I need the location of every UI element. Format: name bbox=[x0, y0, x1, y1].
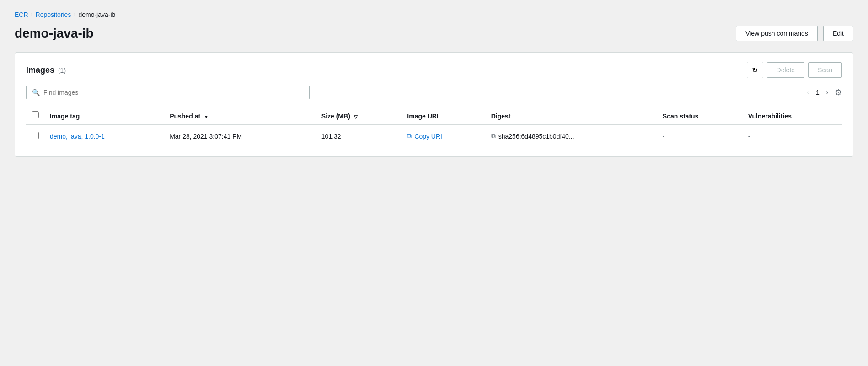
copy-digest-icon: ⧉ bbox=[491, 132, 496, 140]
page-title: demo-java-ib bbox=[15, 26, 94, 41]
refresh-icon: ↻ bbox=[752, 66, 758, 75]
edit-button[interactable]: Edit bbox=[823, 26, 853, 41]
row-image-tag: demo, java, 1.0.0-1 bbox=[44, 125, 164, 147]
col-size: Size (MB) ▽ bbox=[316, 107, 402, 125]
table-row: demo, java, 1.0.0-1 Mar 28, 2021 3:07:41… bbox=[26, 125, 842, 147]
refresh-button[interactable]: ↻ bbox=[747, 62, 763, 78]
images-card: Images (1) ↻ Delete Scan 🔍 ‹ 1 › ⚙ bbox=[15, 52, 853, 157]
prev-page-button[interactable]: ‹ bbox=[804, 87, 812, 97]
breadcrumb-ecr[interactable]: ECR bbox=[15, 11, 28, 18]
card-title-area: Images (1) bbox=[26, 65, 66, 75]
header-checkbox-cell bbox=[26, 107, 44, 125]
images-title: Images bbox=[26, 65, 54, 75]
pushed-at-sort-icon: ▼ bbox=[204, 114, 209, 119]
copy-uri-icon: ⧉ bbox=[407, 132, 412, 140]
images-count: (1) bbox=[58, 67, 66, 74]
col-vulnerabilities: Vulnerabilities bbox=[743, 107, 842, 125]
row-vulnerabilities: - bbox=[743, 125, 842, 147]
breadcrumb-sep-1: › bbox=[31, 11, 33, 18]
col-pushed-at: Pushed at ▼ bbox=[164, 107, 316, 125]
card-actions: ↻ Delete Scan bbox=[747, 62, 842, 78]
table-header-row: Image tag Pushed at ▼ Size (MB) ▽ Image … bbox=[26, 107, 842, 125]
card-header: Images (1) ↻ Delete Scan bbox=[26, 62, 842, 78]
row-pushed-at: Mar 28, 2021 3:07:41 PM bbox=[164, 125, 316, 147]
row-checkbox[interactable] bbox=[32, 132, 39, 139]
row-size: 101.32 bbox=[316, 125, 402, 147]
scan-button[interactable]: Scan bbox=[808, 62, 842, 78]
header-actions: View push commands Edit bbox=[736, 26, 853, 41]
breadcrumb-repositories[interactable]: Repositories bbox=[36, 11, 71, 18]
breadcrumb-sep-2: › bbox=[74, 11, 75, 18]
pagination-row: ‹ 1 › ⚙ bbox=[804, 87, 842, 97]
page-number: 1 bbox=[816, 89, 820, 96]
search-row: 🔍 ‹ 1 › ⚙ bbox=[26, 86, 842, 99]
next-page-button[interactable]: › bbox=[823, 87, 831, 97]
row-scan-status: - bbox=[657, 125, 743, 147]
row-image-uri: ⧉ Copy URI bbox=[402, 125, 485, 147]
page-header: demo-java-ib View push commands Edit bbox=[15, 26, 853, 41]
row-checkbox-cell bbox=[26, 125, 44, 147]
select-all-checkbox[interactable] bbox=[32, 111, 39, 118]
col-scan-status: Scan status bbox=[657, 107, 743, 125]
search-icon: 🔍 bbox=[32, 89, 40, 96]
images-table: Image tag Pushed at ▼ Size (MB) ▽ Image … bbox=[26, 107, 842, 147]
breadcrumb-current: demo-java-ib bbox=[78, 11, 115, 18]
view-push-commands-button[interactable]: View push commands bbox=[736, 26, 818, 41]
search-box: 🔍 bbox=[26, 86, 310, 99]
size-sort-icon: ▽ bbox=[354, 114, 358, 119]
breadcrumb: ECR › Repositories › demo-java-ib bbox=[15, 11, 853, 18]
copy-uri-button[interactable]: ⧉ Copy URI bbox=[407, 132, 480, 140]
delete-button[interactable]: Delete bbox=[767, 62, 804, 78]
settings-icon[interactable]: ⚙ bbox=[835, 87, 842, 97]
search-input[interactable] bbox=[43, 89, 304, 96]
col-image-uri: Image URI bbox=[402, 107, 485, 125]
col-image-tag: Image tag bbox=[44, 107, 164, 125]
row-digest: ⧉ sha256:6d4895c1b0df40... bbox=[486, 125, 657, 147]
image-tag-link[interactable]: demo, java, 1.0.0-1 bbox=[50, 133, 105, 140]
col-digest: Digest bbox=[486, 107, 657, 125]
